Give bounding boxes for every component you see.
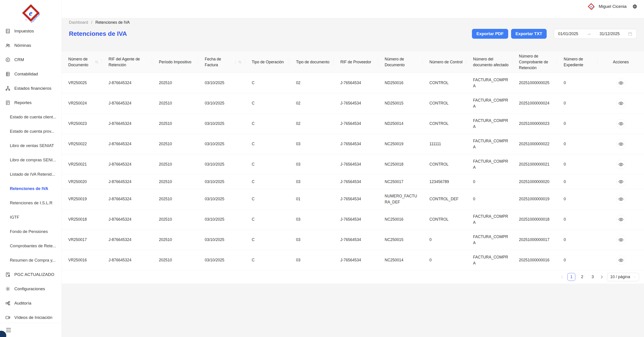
cell-rif-de-proveedor: J-76564534 xyxy=(334,250,378,270)
cell-tipo-de-operacion: C xyxy=(245,189,289,209)
sidebar-item-crm[interactable]: CRM xyxy=(0,52,62,67)
cell-numero-de-control: 123456789 xyxy=(423,174,466,189)
cell-numero-de-expediente: 0 xyxy=(557,174,598,189)
cell-numero-de-comprobante-de-retencion: 20251000000021 xyxy=(512,154,557,174)
sidebar-item-label: Estado de cuenta client... xyxy=(10,114,56,120)
caret-up-icon xyxy=(234,60,237,62)
sidebar-item-listado-de-iva-retenid[interactable]: Listado de IVA Retenid... xyxy=(0,167,62,182)
sidebar-item-configuraciones[interactable]: Configuraciones xyxy=(0,282,62,296)
cell-acciones xyxy=(598,250,644,270)
view-row-button[interactable] xyxy=(616,160,626,169)
cell-numero-del-documento-afectado: FACTURA_COMPRA xyxy=(466,114,512,134)
pagination: 12310 / página xyxy=(62,270,644,284)
globe-icon[interactable] xyxy=(632,4,637,9)
cell-fecha-de-factura: 03/10/2025 xyxy=(198,174,245,189)
cell-numero-de-expediente: 0 xyxy=(557,73,598,93)
view-row-button[interactable] xyxy=(616,256,626,265)
sidebar-item-retenciones-de-i-s-l-r[interactable]: Retenciones de I.S.L.R xyxy=(0,196,62,210)
user-area[interactable]: e ERP-EASYPLUS Miguel Cicenia xyxy=(588,2,637,11)
menu-fold-icon[interactable] xyxy=(5,327,12,333)
cell-numero-de-expediente: 0 xyxy=(557,230,598,250)
view-row-button[interactable] xyxy=(616,78,626,88)
cell-tipo-de-operacion: C xyxy=(245,93,289,114)
cell-numero-de-expediente: 0 xyxy=(557,134,598,154)
page-button-3[interactable]: 3 xyxy=(589,273,596,280)
table-row: VR250018J-87664532420251003/10/2025C03J-… xyxy=(62,209,644,230)
view-row-button[interactable] xyxy=(616,99,626,108)
chevron-left-icon[interactable] xyxy=(560,275,564,279)
search-icon[interactable] xyxy=(95,60,99,64)
end-date-input[interactable]: 31/12/2025 xyxy=(600,32,620,36)
table-row: VR250025J-87664532420251003/10/2025C02J-… xyxy=(62,73,644,93)
page-button-2[interactable]: 2 xyxy=(578,273,586,280)
retenciones-table: Número de DocumentoRIF del Agente de Ret… xyxy=(62,52,644,270)
view-row-button[interactable] xyxy=(616,140,626,149)
page-button-1[interactable]: 1 xyxy=(568,273,575,281)
sidebar-item-retenciones-de-iva[interactable]: Retenciones de IVA xyxy=(0,182,62,196)
cell-fecha-de-factura: 03/10/2025 xyxy=(198,73,245,93)
export-pdf-button[interactable]: Exportar PDF xyxy=(472,29,508,39)
date-range-picker[interactable]: 01/01/2025 31/12/2025 xyxy=(554,29,636,39)
sidebar-item-videos-de-iniciacion[interactable]: Vídeos de Iniciación xyxy=(0,310,62,323)
user-name[interactable]: Miguel Cicenia xyxy=(598,4,626,9)
view-row-button[interactable] xyxy=(616,235,626,244)
cell-tipo-de-documento: 03 xyxy=(289,154,334,174)
sidebar-item-estados-financieros[interactable]: Estados financieros xyxy=(0,81,62,96)
view-row-button[interactable] xyxy=(616,119,626,128)
cell-numero-de-comprobante-de-retencion: 20251000000017 xyxy=(512,230,557,250)
cell-rif-de-proveedor: J-76564534 xyxy=(334,134,378,154)
sidebar-item-pgc-actualizado[interactable]: PGC ACTUALIZADO xyxy=(0,268,62,282)
column-label: Número del documento afectado xyxy=(473,56,509,68)
cell-rif-de-proveedor: J-76564534 xyxy=(334,189,378,209)
cell-acciones xyxy=(598,73,644,93)
start-date-input[interactable]: 01/01/2025 xyxy=(558,32,578,36)
cell-numero-del-documento-afectado: FACTURA_COMPRA xyxy=(466,250,512,270)
cell-tipo-de-documento: 03 xyxy=(289,250,334,270)
cell-tipo-de-operacion: C xyxy=(245,114,289,134)
table-header-row: Número de DocumentoRIF del Agente de Ret… xyxy=(62,52,644,73)
sorter-icon[interactable] xyxy=(234,60,237,64)
sidebar-item-impuestos[interactable]: Impuestos xyxy=(0,24,62,38)
cell-numero-de-comprobante-de-retencion: 20251000000016 xyxy=(512,250,557,270)
sidebar-item-libro-de-ventas-seniat[interactable]: Libro de ventas SENIAT xyxy=(0,138,62,153)
cell-rif-del-agente-de-retencion: J-876645324 xyxy=(102,250,152,270)
cell-numero-del-documento-afectado: 0 xyxy=(466,189,512,209)
chevron-right-icon[interactable] xyxy=(600,275,604,279)
column-label: Número de Expediente xyxy=(564,56,594,68)
sidebar-item-igtf[interactable]: IGTF xyxy=(0,210,62,224)
eye-icon xyxy=(618,101,624,106)
sidebar-item-label: Listado de IVA Retenid... xyxy=(10,172,55,177)
sidebar-item-contabilidad[interactable]: Contabilidad xyxy=(0,67,62,81)
sidebar-item-label: Auditoría xyxy=(14,301,31,306)
view-row-button[interactable] xyxy=(616,215,626,224)
cell-periodo-impositivo: 202510 xyxy=(152,114,198,134)
view-row-button[interactable] xyxy=(616,177,626,186)
page-size-select[interactable]: 10 / página xyxy=(607,273,639,281)
table-row: VR250017J-87664532420251003/10/2025C03J-… xyxy=(62,230,644,250)
sidebar-item-auditoria[interactable]: Auditoría xyxy=(0,296,62,310)
breadcrumb-dashboard[interactable]: Dashboard xyxy=(69,20,88,24)
column-header-numero-de-documento: Número de Documento xyxy=(62,52,102,73)
sidebar-item-resumen-de-compra-y[interactable]: Resumen de Compra y... xyxy=(0,253,62,268)
column-header-fecha-de-factura[interactable]: Fecha de Factura xyxy=(198,52,245,73)
cell-rif-del-agente-de-retencion: J-876645324 xyxy=(102,73,152,93)
cell-fecha-de-factura: 03/10/2025 xyxy=(198,250,245,270)
svg-text:®: ® xyxy=(25,19,26,21)
export-txt-button[interactable]: Exportar TXT xyxy=(511,29,547,39)
calendar-icon[interactable] xyxy=(628,32,632,36)
sidebar-item-libro-de-compras-seni[interactable]: Libro de compras SENI... xyxy=(0,153,62,167)
view-row-button[interactable] xyxy=(616,194,626,204)
sidebar-item-nominas[interactable]: Nóminas xyxy=(0,38,62,52)
sidebar-item-estado-de-cuenta-client[interactable]: Estado de cuenta client... xyxy=(0,110,62,124)
sidebar-item-reportes[interactable]: Reportes xyxy=(0,96,62,110)
cell-rif-del-agente-de-retencion: J-876645324 xyxy=(102,154,152,174)
sidebar-item-comprobantes-de-rete[interactable]: Comprobantes de Rete... xyxy=(0,239,62,253)
sidebar-item-estado-de-cuenta-prov[interactable]: Estado de cuenta prov... xyxy=(0,124,62,138)
cell-fecha-de-factura: 03/10/2025 xyxy=(198,230,245,250)
eye-icon xyxy=(618,162,624,167)
chevron-down-icon xyxy=(633,276,636,278)
sidebar-item-fondo-de-pensiones[interactable]: Fondo de Pensiones xyxy=(0,224,62,239)
search-icon[interactable] xyxy=(238,60,242,64)
cell-tipo-de-operacion: C xyxy=(245,154,289,174)
cell-fecha-de-factura: 03/10/2025 xyxy=(198,209,245,230)
